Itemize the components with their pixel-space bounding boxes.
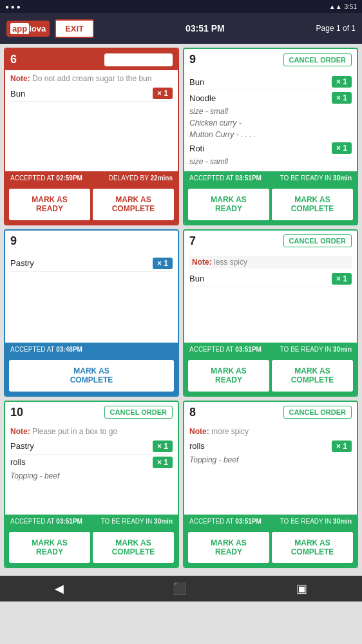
recent-button[interactable]: ▣ bbox=[296, 582, 307, 596]
order-card-10: 10 CANCEL ORDER Note: Please put in a bo… bbox=[4, 401, 179, 569]
exit-button[interactable]: EXIT bbox=[55, 19, 94, 38]
mark-complete-button-9b[interactable]: MARK ASCOMPLETE bbox=[9, 360, 174, 392]
accepted-label-7: ACCEPTED AT 03:51PM bbox=[189, 346, 262, 353]
mark-complete-button-8[interactable]: MARK ASCOMPLETE bbox=[272, 532, 353, 564]
order-number-8: 8 bbox=[189, 406, 196, 419]
mark-complete-button-7[interactable]: MARK ASCOMPLETE bbox=[272, 360, 353, 392]
order-number-7: 7 bbox=[189, 234, 196, 248]
card-footer-9a: ACCEPTED AT 03:51PM TO BE READY IN 30min bbox=[184, 171, 357, 185]
card-actions-7: MARK ASREADY MARK ASCOMPLETE bbox=[184, 356, 357, 395]
back-button[interactable]: ◀ bbox=[55, 582, 64, 596]
cancel-order-9a[interactable]: CANCEL ORDER bbox=[283, 53, 352, 66]
card-body-7: Note: less spicy Bun × 1 bbox=[184, 252, 357, 343]
page-indicator: Page 1 of 1 bbox=[316, 24, 356, 33]
ready-label-9a: TO BE READY IN 30min bbox=[280, 175, 352, 182]
item-qty: × 1 bbox=[332, 142, 352, 154]
card-header-9a: 9 CANCEL ORDER bbox=[184, 49, 357, 70]
item-sub: Topping - beef bbox=[189, 454, 352, 466]
order-number-9b: 9 bbox=[10, 234, 17, 248]
item-row: rolls × 1 bbox=[10, 455, 173, 470]
item-row: rolls × 1 bbox=[189, 439, 352, 454]
home-button[interactable]: ⬛ bbox=[173, 582, 187, 596]
item-name: Roti bbox=[189, 144, 204, 153]
mark-ready-button-7[interactable]: MARK ASREADY bbox=[188, 360, 269, 392]
item-qty: × 1 bbox=[153, 440, 173, 452]
item-sub: size - samll bbox=[189, 156, 352, 167]
status-icons: ● ● ● bbox=[5, 3, 21, 10]
card-footer-9b: ACCEPTED AT 03:48PM bbox=[5, 343, 178, 356]
accepted-label-9b: ACCEPTED AT 03:48PM bbox=[10, 346, 82, 353]
item-name: Pastry bbox=[10, 441, 34, 451]
item-sub: Topping - beef bbox=[10, 470, 173, 482]
orders-grid: 6 CANCEL ORDER Note: Do not add cream su… bbox=[0, 44, 362, 572]
card-actions-9a: MARK ASREADY MARK ASCOMPLETE bbox=[184, 185, 357, 224]
status-bar: ● ● ● ▲▲ 3:51 bbox=[0, 0, 362, 13]
mark-complete-button-10[interactable]: MARK ASCOMPLETE bbox=[93, 532, 174, 564]
ready-label-7: TO BE READY IN 30min bbox=[280, 346, 352, 353]
mark-ready-button-9a[interactable]: MARK ASREADY bbox=[188, 189, 269, 220]
item-qty: × 1 bbox=[332, 440, 352, 452]
card-body-10: Note: Please put in a box to go Pastry ×… bbox=[5, 423, 178, 515]
item-qty: × 1 bbox=[153, 457, 173, 468]
nav-bar: ◀ ⬛ ▣ bbox=[0, 576, 362, 601]
status-bar-right: ▲▲ 3:51 bbox=[329, 3, 357, 10]
item-row: Pastry × 1 bbox=[10, 256, 173, 272]
ready-label-8: TO BE READY IN 30min bbox=[280, 518, 352, 525]
item-qty: × 1 bbox=[153, 88, 173, 99]
note-10: Note: Please put in a box to go bbox=[10, 427, 173, 436]
card-header-9b: 9 bbox=[5, 231, 178, 252]
accepted-label-10: ACCEPTED AT 03:51PM bbox=[10, 518, 82, 525]
app-text: app bbox=[10, 23, 29, 34]
cancel-order-6[interactable]: CANCEL ORDER bbox=[104, 53, 173, 66]
order-card-9b: 9 Pastry × 1 ACCEPTED AT 03:48PM MARK AS… bbox=[4, 229, 179, 397]
mark-ready-button-10[interactable]: MARK ASREADY bbox=[9, 532, 90, 564]
item-qty: × 1 bbox=[332, 273, 352, 285]
note-6: Note: Do not add cream sugar to the bun bbox=[10, 74, 173, 83]
item-qty: × 1 bbox=[153, 258, 173, 269]
app-logo: app lova bbox=[6, 21, 50, 37]
item-row: Bun × 1 bbox=[189, 74, 352, 90]
item-name: rolls bbox=[10, 457, 26, 467]
status-time: 3:51 bbox=[345, 3, 357, 10]
item-sub: Chicken curry - bbox=[189, 117, 352, 129]
item-row: Pastry × 1 bbox=[10, 439, 173, 455]
accepted-label-8: ACCEPTED AT 03:51PM bbox=[189, 518, 262, 525]
item-name: rolls bbox=[189, 441, 205, 451]
card-actions-6: MARK ASREADY MARK ASCOMPLETE bbox=[5, 185, 178, 224]
order-card-6: 6 CANCEL ORDER Note: Do not add cream su… bbox=[4, 48, 179, 225]
accepted-label-9a: ACCEPTED AT 03:51PM bbox=[189, 175, 262, 182]
order-card-7: 7 CANCEL ORDER Note: less spicy Bun × 1 … bbox=[183, 229, 358, 397]
card-header-10: 10 CANCEL ORDER bbox=[5, 402, 178, 423]
mark-ready-button-6[interactable]: MARK ASREADY bbox=[9, 189, 90, 220]
item-row: Bun × 1 bbox=[189, 271, 352, 287]
cancel-order-7[interactable]: CANCEL ORDER bbox=[283, 234, 352, 247]
card-body-6: Note: Do not add cream sugar to the bun … bbox=[5, 70, 178, 171]
mark-ready-button-8[interactable]: MARK ASREADY bbox=[188, 532, 269, 564]
order-number-9a: 9 bbox=[189, 53, 196, 66]
card-body-9a: Bun × 1 Noodle × 1 size - small Chicken … bbox=[184, 70, 357, 171]
top-bar: app lova EXIT 03:51 PM Page 1 of 1 bbox=[0, 13, 362, 44]
card-body-9b: Pastry × 1 bbox=[5, 252, 178, 343]
item-row: Bun × 1 bbox=[10, 86, 173, 102]
card-body-8: Note: more spicy rolls × 1 Topping - bee… bbox=[184, 423, 357, 515]
card-footer-7: ACCEPTED AT 03:51PM TO BE READY IN 30min bbox=[184, 343, 357, 356]
card-footer-8: ACCEPTED AT 03:51PM TO BE READY IN 30min bbox=[184, 515, 357, 528]
status-bar-left: ● ● ● bbox=[5, 3, 21, 10]
mark-complete-button-9a[interactable]: MARK ASCOMPLETE bbox=[272, 189, 353, 220]
card-actions-10: MARK ASREADY MARK ASCOMPLETE bbox=[5, 528, 178, 567]
order-card-8: 8 CANCEL ORDER Note: more spicy rolls × … bbox=[183, 401, 358, 569]
card-footer-10: ACCEPTED AT 03:51PM TO BE READY IN 30min bbox=[5, 515, 178, 528]
mark-complete-button-6[interactable]: MARK ASCOMPLETE bbox=[93, 189, 174, 220]
item-name: Noodle bbox=[189, 93, 216, 103]
item-sub: Mutton Curry - . . . . bbox=[189, 129, 352, 140]
cancel-order-8[interactable]: CANCEL ORDER bbox=[283, 406, 352, 419]
accepted-label-6: ACCEPTED AT 02:59PM bbox=[10, 175, 82, 182]
order-card-9a: 9 CANCEL ORDER Bun × 1 Noodle × 1 size -… bbox=[183, 48, 358, 225]
card-footer-6: ACCEPTED AT 02:59PM DELAYED BY 22mins bbox=[5, 171, 178, 185]
cancel-order-10[interactable]: CANCEL ORDER bbox=[104, 406, 173, 419]
item-name: Bun bbox=[10, 89, 25, 99]
card-actions-8: MARK ASREADY MARK ASCOMPLETE bbox=[184, 528, 357, 567]
top-time: 03:51 PM bbox=[186, 23, 225, 33]
item-name: Pastry bbox=[10, 258, 34, 268]
card-header-7: 7 CANCEL ORDER bbox=[184, 231, 357, 252]
